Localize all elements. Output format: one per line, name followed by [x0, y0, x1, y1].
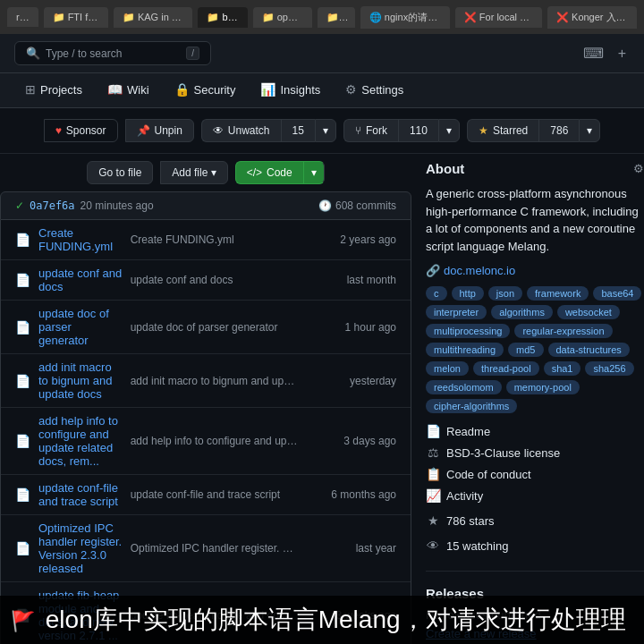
file-commit: add init macro to bignum and update docs — [131, 375, 300, 387]
topic-tag[interactable]: melon — [426, 361, 469, 376]
file-row[interactable]: 📄 update conf and docs update conf and d… — [1, 260, 411, 301]
file-row[interactable]: 📄 add init macro to bignum and update do… — [1, 354, 411, 408]
file-name[interactable]: update conf-file and trace script — [38, 481, 123, 508]
tab-nginx[interactable]: 🌐 nginx的请求处理阶... — [360, 6, 450, 29]
star-button[interactable]: ★ Starred — [467, 119, 538, 142]
fork-button[interactable]: ⑂ Fork — [343, 119, 398, 142]
topic-tag[interactable]: sha256 — [585, 361, 633, 376]
commit-hash[interactable]: 0a7ef6a — [30, 199, 75, 212]
wiki-icon: 📖 — [107, 82, 123, 97]
about-description: A generic cross-platform asynchronous hi… — [426, 185, 644, 255]
code-icon: </> — [247, 166, 262, 179]
overlay-text: 🚩 elon库中实现的脚本语言Melang，对请求进行处理理 — [0, 596, 644, 644]
activity-link[interactable]: 📈 Activity — [426, 488, 644, 503]
file-name[interactable]: add help info to configure and update re… — [38, 414, 123, 468]
file-row[interactable]: 📄 add help info to configure and update … — [1, 408, 411, 475]
add-file-button[interactable]: Add file ▾ — [160, 161, 227, 184]
go-to-file-button[interactable]: Go to file — [87, 161, 153, 184]
file-row[interactable]: 📄 Create FUNDING.yml Create FUNDING.yml … — [1, 220, 411, 260]
topic-tag[interactable]: http — [452, 286, 484, 301]
topic-tag[interactable]: data-structures — [548, 343, 630, 357]
code-button[interactable]: </> Code — [235, 161, 303, 184]
link-icon: 🔗 — [426, 264, 440, 277]
tab-fti[interactable]: 📁 FTI finished — [44, 7, 108, 28]
topic-tag[interactable]: websocket — [557, 305, 620, 319]
star-count-button[interactable]: 786 — [538, 119, 579, 142]
topic-tag[interactable]: memory-pool — [506, 380, 580, 394]
file-name[interactable]: update conf and docs — [38, 267, 123, 293]
clock-icon: 🕐 — [318, 199, 332, 212]
security-icon: 🔒 — [174, 82, 190, 97]
tab-kag[interactable]: 📁 KAG in progress — [114, 7, 193, 28]
topic-tag[interactable]: multithreading — [426, 343, 504, 357]
tab-lua[interactable]: 📁 lua — [318, 7, 355, 28]
nav-insights[interactable]: 📊 Insights — [250, 73, 331, 107]
file-name[interactable]: update doc of parser generator — [38, 307, 123, 347]
topic-tag[interactable]: sha1 — [544, 361, 581, 376]
about-gear-icon[interactable]: ⚙ — [633, 162, 644, 175]
topics-container: chttpjsonframeworkbase64interpreteralgor… — [426, 286, 644, 413]
topic-tag[interactable]: algorithms — [491, 305, 553, 319]
readme-link[interactable]: 📄 Readme — [426, 424, 644, 438]
add-file-group: Add file ▾ — [160, 161, 227, 184]
file-time: 6 months ago — [307, 488, 396, 501]
nav-security[interactable]: 🔒 Security — [164, 73, 247, 107]
watch-count-button[interactable]: 15 — [281, 119, 315, 142]
files-container: 📄 Create FUNDING.yml Create FUNDING.yml … — [0, 220, 411, 644]
topic-tag[interactable]: json — [488, 286, 522, 301]
tab-openresty[interactable]: 📁 openresty — [253, 7, 312, 28]
pin-icon: 📌 — [137, 124, 150, 137]
topic-tag[interactable]: reedsolomom — [426, 380, 502, 394]
license-icon: ⚖ — [426, 445, 440, 460]
file-row[interactable]: 📄 update doc of parser generator update … — [1, 301, 411, 354]
code-dropdown[interactable]: ▾ — [303, 161, 325, 184]
topic-tag[interactable]: c — [426, 286, 447, 301]
file-time: 3 days ago — [307, 435, 396, 447]
sidebar: About ⚙ A generic cross-platform asynchr… — [411, 154, 644, 644]
topic-tag[interactable]: regular-expression — [514, 324, 612, 338]
topic-tag[interactable]: base64 — [593, 286, 641, 301]
nav-wiki[interactable]: 📖 Wiki — [97, 73, 160, 107]
watch-dropdown[interactable]: ▾ — [315, 119, 336, 142]
file-icon: 📄 — [15, 374, 31, 388]
topic-tag[interactable]: md5 — [508, 343, 543, 357]
tab-busted[interactable]: 📁 busted — [198, 7, 247, 28]
topic-tag[interactable]: framework — [527, 286, 589, 301]
topic-tag[interactable]: thread-pool — [473, 361, 539, 376]
commits-count-label: 608 commits — [335, 199, 396, 212]
topic-tag[interactable]: cipher-algorithms — [426, 399, 517, 413]
fork-dropdown[interactable]: ▾ — [438, 119, 460, 142]
plus-button[interactable]: + — [614, 42, 630, 65]
header-actions: ⌨ + — [580, 41, 630, 65]
code-group: </> Code ▾ — [235, 161, 325, 184]
sponsor-group: ♥ Sponsor — [44, 119, 118, 142]
tab-local[interactable]: ❌ For local develop... — [455, 7, 542, 28]
file-name[interactable]: Create FUNDING.yml — [38, 226, 123, 253]
file-icon: 📄 — [15, 541, 31, 555]
code-of-conduct-link[interactable]: 📋 Code of conduct — [426, 467, 644, 481]
nav-projects[interactable]: ⊞ Projects — [14, 73, 93, 107]
commit-count[interactable]: 🕐 608 commits — [318, 199, 396, 212]
tab-konger[interactable]: ❌ Konger 入门指南 —... — [547, 6, 637, 29]
sponsor-button[interactable]: ♥ Sponsor — [44, 119, 118, 142]
projects-icon: ⊞ — [25, 82, 36, 97]
commit-info: ✓ 0a7ef6a 20 minutes ago — [15, 199, 154, 212]
topic-tag[interactable]: interpreter — [426, 305, 487, 319]
search-bar[interactable]: 🔍 Type / to search / — [14, 41, 211, 65]
fork-count-button[interactable]: 110 — [398, 119, 438, 142]
file-name[interactable]: add init macro to bignum and update docs — [38, 360, 123, 401]
terminal-button[interactable]: ⌨ — [580, 41, 607, 65]
file-icon: 📄 — [15, 233, 31, 247]
unwatch-button[interactable]: 👁 Unwatch — [201, 119, 281, 142]
topic-tag[interactable]: multiprocessing — [426, 324, 510, 338]
nav-settings[interactable]: ⚙ Settings — [335, 73, 414, 107]
file-name[interactable]: Optimized IPC handler register. Version … — [38, 521, 123, 575]
unpin-button[interactable]: 📌 Unpin — [125, 119, 194, 142]
file-row[interactable]: 📄 update conf-file and trace script upda… — [1, 475, 411, 515]
star-dropdown[interactable]: ▾ — [579, 119, 600, 142]
fork-icon: ⑂ — [355, 124, 361, 137]
about-website-link[interactable]: 🔗 doc.melonc.io — [426, 264, 644, 277]
tab-ress[interactable]: ress — [7, 7, 38, 27]
file-row[interactable]: 📄 Optimized IPC handler register. Versio… — [1, 515, 411, 582]
license-link[interactable]: ⚖ BSD-3-Clause license — [426, 445, 644, 460]
